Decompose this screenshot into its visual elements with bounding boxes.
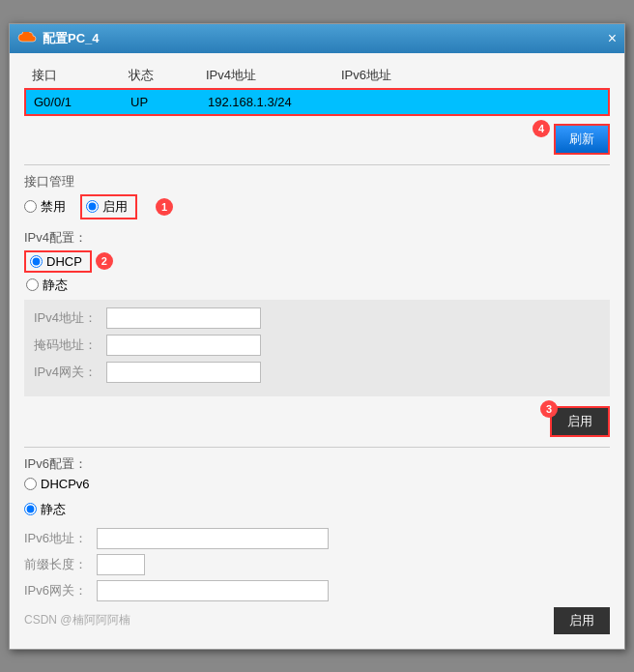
- ipv4-config-section: IPv4配置： DHCP 2 静态 IPv4地址：: [24, 229, 610, 396]
- interface-mgmt-radio-row: 禁用 启用 1: [24, 194, 610, 219]
- title-bar: 配置PC_4 ×: [10, 24, 624, 53]
- ipv6-static-radio-item[interactable]: 静态: [24, 501, 66, 518]
- watermark: CSDN @楠阿阿阿楠: [24, 612, 130, 628]
- apply-area-1: 3 启用: [24, 406, 610, 437]
- interface-table: 接口 状态 IPv4地址 IPv6地址 G0/0/1 UP 192.168.1.…: [24, 63, 610, 116]
- dhcpv6-radio[interactable]: [24, 478, 37, 490]
- static-label: 静态: [43, 277, 68, 294]
- col-ipv6: IPv6地址: [341, 67, 418, 84]
- ipv4-gateway-input[interactable]: [106, 362, 261, 383]
- col-status: 状态: [129, 67, 167, 84]
- dhcp-radio[interactable]: [30, 255, 43, 268]
- badge-1: 1: [156, 198, 173, 216]
- ipv4-address-input[interactable]: [106, 307, 261, 329]
- refresh-button[interactable]: 刷新: [554, 124, 610, 155]
- window-body: 接口 状态 IPv4地址 IPv6地址 G0/0/1 UP 192.168.1.…: [10, 53, 624, 649]
- cloud-icon: [17, 32, 37, 45]
- dhcp-row: DHCP 2: [24, 250, 610, 273]
- enable-radio-highlight: 启用: [80, 194, 137, 219]
- interface-management-section: 接口管理 禁用 启用 1: [24, 173, 610, 219]
- ipv6-address-row: IPv6地址：: [24, 528, 610, 549]
- title-bar-left: 配置PC_4: [17, 30, 100, 47]
- ipv6-address-label: IPv6地址：: [24, 530, 97, 547]
- ipv6-gateway-input[interactable]: [97, 580, 329, 601]
- dhcp-highlight: DHCP: [24, 250, 92, 273]
- ipv6-prefix-row: 前缀长度：: [24, 554, 610, 575]
- apply-button-2[interactable]: 启用: [554, 607, 610, 634]
- ipv6-static-row: 静态: [24, 501, 610, 518]
- ipv6-gateway-label: IPv6网关：: [24, 582, 97, 599]
- interface-mgmt-label: 接口管理: [24, 173, 610, 190]
- main-window: 配置PC_4 × 接口 状态 IPv4地址 IPv6地址 G0/0/1 UP 1…: [9, 23, 625, 650]
- row-interface: G0/0/1: [34, 95, 92, 109]
- badge-2: 2: [96, 252, 113, 270]
- ipv6-radio-row: DHCPv6: [24, 477, 610, 491]
- table-header: 接口 状态 IPv4地址 IPv6地址: [24, 63, 610, 88]
- divider-2: [24, 447, 610, 448]
- dhcp-radio-item[interactable]: DHCP: [30, 254, 82, 269]
- enable-label: 启用: [102, 198, 128, 216]
- ipv4-config-label: IPv4配置：: [24, 229, 610, 247]
- refresh-area: 4 刷新: [24, 124, 610, 155]
- col-interface: 接口: [32, 67, 90, 84]
- dhcp-label: DHCP: [46, 254, 82, 269]
- row-status: UP: [130, 95, 169, 109]
- ipv4-address-row: IPv4地址：: [34, 307, 600, 329]
- col-ipv4: IPv4地址: [206, 67, 303, 84]
- close-button[interactable]: ×: [608, 31, 617, 46]
- disable-radio-item[interactable]: 禁用: [24, 198, 66, 216]
- ipv6-prefix-input[interactable]: [97, 554, 145, 575]
- bottom-bar: CSDN @楠阿阿阿楠 启用: [24, 607, 610, 634]
- badge-4: 4: [533, 120, 550, 137]
- apply-button-1[interactable]: 启用: [550, 406, 610, 437]
- ipv6-prefix-label: 前缀长度：: [24, 556, 97, 573]
- ipv6-config-label: IPv6配置：: [24, 455, 610, 473]
- ipv6-static-label: 静态: [41, 501, 66, 518]
- mask-row: 掩码地址：: [34, 335, 600, 356]
- enable-radio[interactable]: [86, 200, 99, 213]
- static-radio[interactable]: [26, 278, 39, 291]
- ipv4-address-label: IPv4地址：: [34, 309, 106, 327]
- dhcpv6-label: DHCPv6: [41, 477, 90, 491]
- ipv6-gateway-row: IPv6网关：: [24, 580, 610, 601]
- row-ipv4: 192.168.1.3/24: [208, 95, 324, 109]
- ipv6-config-section: IPv6配置： DHCPv6 静态 IPv6地址： 前缀长度：: [24, 455, 610, 601]
- table-row-selected[interactable]: G0/0/1 UP 192.168.1.3/24: [24, 88, 610, 116]
- window-title: 配置PC_4: [43, 30, 100, 47]
- static-radio-item[interactable]: 静态: [26, 277, 68, 294]
- ipv4-gateway-label: IPv4网关：: [34, 364, 106, 381]
- dhcpv6-radio-item[interactable]: DHCPv6: [24, 477, 90, 491]
- ipv4-fields-box: IPv4地址： 掩码地址： IPv4网关：: [24, 300, 610, 396]
- ipv6-static-radio[interactable]: [24, 503, 37, 515]
- mask-label: 掩码地址：: [34, 336, 106, 354]
- static-row: 静态: [26, 277, 610, 294]
- badge-3: 3: [540, 400, 558, 418]
- ipv6-address-input[interactable]: [97, 528, 329, 549]
- disable-radio[interactable]: [24, 200, 37, 213]
- divider-1: [24, 164, 610, 165]
- ipv4-gateway-row: IPv4网关：: [34, 362, 600, 383]
- mask-input[interactable]: [106, 335, 261, 356]
- enable-radio-item[interactable]: 启用: [86, 198, 128, 216]
- disable-label: 禁用: [41, 198, 66, 216]
